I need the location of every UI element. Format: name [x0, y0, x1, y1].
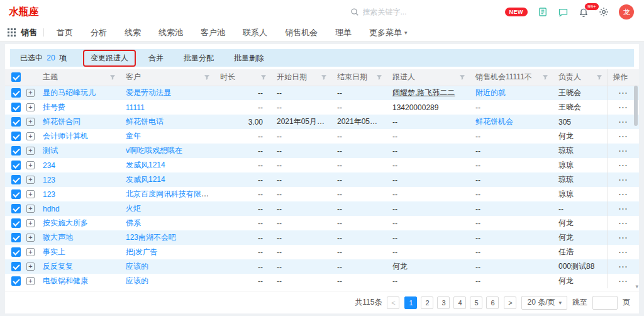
row-actions-button[interactable]: ···: [619, 277, 628, 286]
expand-row-button[interactable]: +: [26, 190, 35, 198]
expand-row-button[interactable]: +: [26, 262, 35, 271]
page-button-1[interactable]: 1: [404, 296, 417, 309]
filter-icon[interactable]: [321, 74, 327, 81]
row-actions-button[interactable]: ···: [619, 103, 628, 112]
expand-row-button[interactable]: +: [26, 132, 35, 140]
toolbar-button-1[interactable]: 合并: [141, 50, 171, 67]
nav-item-6[interactable]: 销售机会: [276, 27, 326, 38]
row-checkbox[interactable]: [11, 189, 21, 199]
search-input[interactable]: [363, 8, 470, 16]
cell-text[interactable]: 按实施大所多: [43, 218, 88, 227]
prev-page-button[interactable]: <: [387, 296, 399, 309]
cell-text[interactable]: 事实上: [43, 247, 65, 256]
page-button-3[interactable]: 3: [437, 296, 450, 309]
row-checkbox[interactable]: [11, 247, 21, 257]
cell-text[interactable]: 附近的就: [475, 88, 506, 97]
page-button-6[interactable]: 6: [486, 296, 499, 309]
page-size-select[interactable]: 20 条/页 ▾: [521, 296, 567, 310]
row-actions-button[interactable]: ···: [619, 132, 628, 141]
filter-icon[interactable]: [596, 74, 602, 81]
apps-grid-icon[interactable]: [8, 28, 16, 37]
toolbar-button-3[interactable]: 批量删除: [226, 50, 272, 67]
nav-item-4[interactable]: 客户池: [192, 27, 234, 38]
page-button-5[interactable]: 5: [470, 296, 482, 309]
expand-row-button[interactable]: +: [26, 103, 35, 111]
cell-text[interactable]: 发威风1214: [126, 161, 165, 169]
row-actions-button[interactable]: ···: [619, 89, 628, 98]
cell-text[interactable]: 123: [43, 176, 55, 184]
expand-row-button[interactable]: +: [26, 219, 35, 227]
expand-row-button[interactable]: +: [26, 89, 35, 97]
row-actions-button[interactable]: ···: [619, 176, 628, 184]
nav-item-5[interactable]: 联系人: [234, 27, 276, 38]
expand-row-button[interactable]: +: [26, 118, 35, 126]
nav-item-0[interactable]: 首页: [48, 27, 82, 38]
page-button-4[interactable]: 4: [453, 296, 466, 309]
cell-text[interactable]: 阔耀楚,路飞韩二二: [392, 88, 455, 97]
row-checkbox[interactable]: [11, 88, 21, 98]
cell-text[interactable]: 11111: [126, 103, 145, 112]
nav-item-more-menu[interactable]: 更多菜单 ▾: [360, 27, 416, 38]
row-checkbox[interactable]: [11, 146, 21, 155]
expand-row-button[interactable]: +: [26, 176, 35, 184]
row-actions-button[interactable]: ···: [619, 234, 628, 242]
jump-page-input[interactable]: [592, 296, 618, 310]
scrollbar-thumb[interactable]: [634, 86, 638, 126]
row-actions-button[interactable]: ···: [619, 219, 628, 228]
select-all-checkbox[interactable]: [11, 72, 21, 82]
expand-row-button[interactable]: +: [26, 277, 35, 285]
cell-text[interactable]: 童年: [126, 132, 141, 140]
expand-row-button[interactable]: +: [26, 205, 35, 213]
row-actions-button[interactable]: ···: [619, 205, 628, 213]
cell-text[interactable]: 北京百度网讯科技有限公司: [126, 189, 215, 198]
page-button-2[interactable]: 2: [421, 296, 433, 309]
nav-item-1[interactable]: 分析: [82, 27, 116, 38]
filter-icon[interactable]: [109, 74, 116, 81]
row-checkbox[interactable]: [11, 175, 21, 184]
message-icon[interactable]: [558, 7, 569, 18]
expand-row-button[interactable]: +: [26, 248, 35, 256]
row-checkbox[interactable]: [11, 103, 21, 112]
gear-icon[interactable]: [599, 7, 609, 17]
cell-text[interactable]: 123南湖不会吧: [126, 233, 176, 242]
cell-text[interactable]: 佛系: [126, 218, 141, 227]
row-checkbox[interactable]: [11, 262, 21, 271]
row-actions-button[interactable]: ···: [619, 161, 628, 170]
notebook-icon[interactable]: [538, 7, 548, 17]
bell-icon[interactable]: 99+: [579, 7, 589, 17]
toolbar-button-2[interactable]: 批量分配: [176, 50, 221, 67]
cell-text[interactable]: 123: [43, 190, 55, 199]
cell-text[interactable]: 把j发广告: [126, 247, 158, 256]
cell-text[interactable]: 鲜花饼机会: [475, 117, 513, 126]
cell-text[interactable]: 挂号费: [43, 103, 65, 111]
row-checkbox[interactable]: [11, 204, 21, 213]
expand-row-button[interactable]: +: [26, 161, 35, 169]
cell-text[interactable]: hdhd: [43, 205, 60, 213]
filter-icon[interactable]: [376, 74, 382, 81]
filter-icon[interactable]: [542, 74, 548, 81]
vertical-scrollbar[interactable]: [634, 69, 638, 283]
toolbar-button-0[interactable]: 变更跟进人: [83, 50, 136, 67]
row-actions-button[interactable]: ···: [619, 118, 628, 127]
filter-icon[interactable]: [260, 74, 267, 81]
row-checkbox[interactable]: [11, 161, 21, 170]
cell-text[interactable]: 反反复复: [43, 262, 73, 271]
filter-icon[interactable]: [204, 74, 210, 81]
cell-text[interactable]: 显的马绍峰玩儿: [43, 88, 96, 97]
cell-text[interactable]: v啊吃哦戏想哦在: [126, 146, 182, 155]
module-label[interactable]: 销售: [21, 27, 37, 38]
scroll-down-arrow-icon[interactable]: ▾: [635, 283, 638, 290]
cell-text[interactable]: 发威风1214: [126, 175, 165, 184]
row-checkbox[interactable]: [11, 276, 21, 286]
cell-text[interactable]: 电饭锅和健康: [43, 276, 88, 285]
cell-text[interactable]: 爱是劳动法显: [126, 88, 171, 97]
next-page-button[interactable]: >: [504, 296, 516, 309]
nav-item-7[interactable]: 理单: [326, 27, 360, 38]
cell-text[interactable]: 应该的: [126, 276, 148, 285]
row-actions-button[interactable]: ···: [619, 248, 628, 257]
row-actions-button[interactable]: ···: [619, 147, 628, 155]
expand-row-button[interactable]: +: [26, 234, 35, 242]
nav-item-2[interactable]: 线索: [116, 27, 150, 38]
row-checkbox[interactable]: [11, 233, 21, 242]
row-actions-button[interactable]: ···: [619, 190, 628, 199]
